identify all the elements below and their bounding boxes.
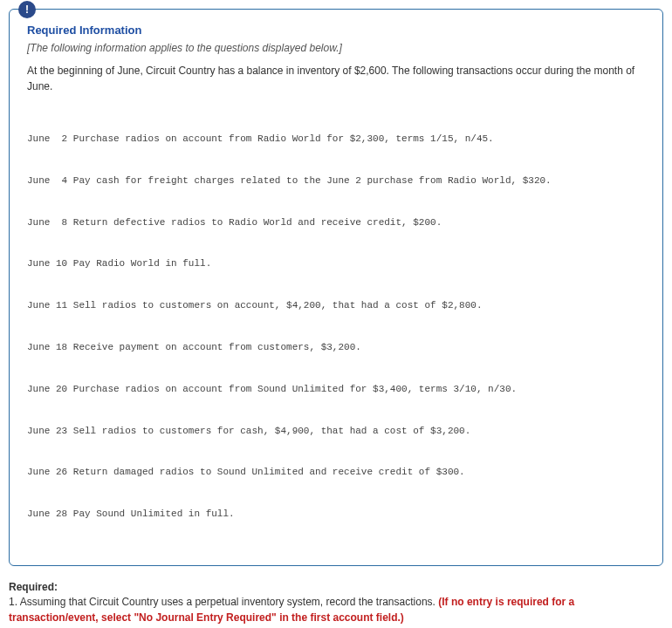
- transaction-line: June 20 Purchase radios on account from …: [27, 383, 645, 397]
- transaction-line: June 23 Sell radios to customers for cas…: [27, 425, 645, 439]
- transaction-line: June 4 Pay cash for freight charges rela…: [27, 174, 645, 188]
- alert-badge-icon: !: [18, 1, 36, 18]
- transaction-line: June 18 Receive payment on account from …: [27, 341, 645, 355]
- transaction-line: June 2 Purchase radios on account from R…: [27, 133, 645, 147]
- transaction-line: June 26 Return damaged radios to Sound U…: [27, 466, 645, 480]
- required-label: Required:: [9, 581, 58, 593]
- required-text: 1. Assuming that Circuit Country uses a …: [9, 596, 438, 608]
- transaction-line: June 10 Pay Radio World in full.: [27, 257, 645, 271]
- required-information-card: ! Required Information [The following in…: [9, 9, 663, 566]
- transactions-list: June 2 Purchase radios on account from R…: [27, 105, 645, 550]
- transaction-line: June 11 Sell radios to customers on acco…: [27, 299, 645, 313]
- card-subtitle: [The following information applies to th…: [27, 42, 645, 54]
- transaction-line: June 8 Return defective radios to Radio …: [27, 216, 645, 230]
- required-instructions: Required: 1. Assuming that Circuit Count…: [9, 580, 663, 625]
- card-title: Required Information: [27, 24, 645, 37]
- intro-paragraph: At the beginning of June, Circuit Countr…: [27, 63, 645, 94]
- transaction-line: June 28 Pay Sound Unlimited in full.: [27, 508, 645, 522]
